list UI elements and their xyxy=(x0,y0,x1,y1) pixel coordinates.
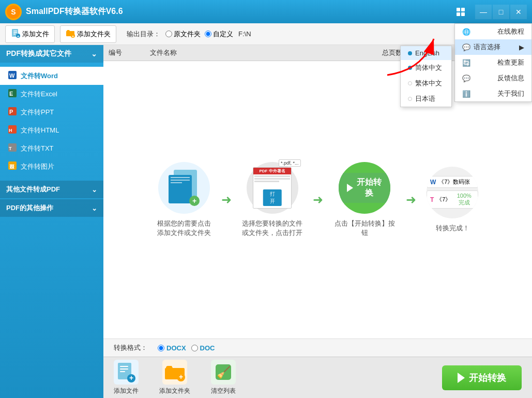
svg-rect-25 xyxy=(120,371,125,372)
sidebar-section1-header[interactable]: PDF转换成其它文件 ⌄ xyxy=(0,45,103,63)
svg-text:S: S xyxy=(11,8,16,16)
grid-squares-icon xyxy=(457,8,465,16)
sidebar-section3-header[interactable]: PDF的其他操作 ⌄ xyxy=(0,199,103,217)
footer-add-folder[interactable]: + 添加文件夹 xyxy=(159,360,190,395)
format-doc[interactable]: DOC xyxy=(191,344,215,352)
window-controls: — □ ✕ xyxy=(475,5,527,19)
ppt-icon: P xyxy=(8,107,17,117)
toolbar: + 添加文件 + 添加文件夹 输出目录： 原文件夹 自定义 F:\N xyxy=(0,23,532,45)
step-add-circle: + xyxy=(158,162,210,214)
svg-text:+: + xyxy=(179,373,183,381)
txt-icon: T xyxy=(8,143,17,153)
menu-language-label: 语言选择 xyxy=(474,42,500,52)
app-title: SmallPDF转换器软件V6.6 xyxy=(26,6,451,17)
footer-clear-icon: 🧹 xyxy=(211,360,236,385)
sidebar-section2-label: 其他文件转成PDF xyxy=(6,185,60,194)
progress-text: 100% 完成 xyxy=(453,193,475,207)
svg-text:E: E xyxy=(9,91,13,97)
sidebar-item-excel[interactable]: E 文件转Excel xyxy=(0,85,103,103)
content-body: + 根据您的需要点击 添加文件或文件夹 ➜ PDF 中外著名 xyxy=(103,61,532,338)
svg-text:+: + xyxy=(72,34,74,38)
step-open-text: 选择您要转换的文件 或文件夹，点击打开 xyxy=(242,219,302,238)
svg-text:🧹: 🧹 xyxy=(217,365,231,379)
bottom-bar: 转换格式： DOCX DOC xyxy=(103,338,532,357)
main-layout: PDF转换成其它文件 ⌄ W 文件转Word E xyxy=(0,45,532,398)
excel-icon: E xyxy=(8,89,17,99)
result-item-2: T 《7》 100% 完成 xyxy=(427,190,478,209)
menu-item-feedback[interactable]: 💬 反馈信息 xyxy=(455,70,531,86)
lang-traditional[interactable]: 繁体中文 xyxy=(401,76,451,91)
convert-btn-display: 开始转换 xyxy=(339,173,390,203)
sidebar-excel-label: 文件转Excel xyxy=(21,90,57,99)
footer-add-folder-label: 添加文件夹 xyxy=(159,387,190,395)
sidebar-section1: W 文件转Word E 文件转Excel P xyxy=(0,63,103,180)
svg-text:H: H xyxy=(9,128,12,133)
menu-item-tutorial[interactable]: 🌐 在线教程 xyxy=(455,24,531,39)
step-open-circle: PDF 中外著名 打开 *.pdf, *... xyxy=(247,162,298,214)
arrow-1: ➜ xyxy=(221,193,232,207)
simplified-dot xyxy=(408,66,412,70)
col-filename: 文件名称 xyxy=(150,48,382,57)
file-front-icon xyxy=(169,175,192,203)
add-file-icon: + xyxy=(11,28,20,40)
result-item-1-label: 《7》数码张 xyxy=(438,178,470,186)
step-result: W 《7》数码张 T 《7》 100% 完成 转换完成！ xyxy=(427,167,478,233)
footer-play-icon xyxy=(458,373,465,383)
footer-add-folder-icon: + xyxy=(162,360,187,385)
menu-item-about[interactable]: ℹ️ 关于我们 xyxy=(455,86,531,101)
menu-item-language[interactable]: 💬 语言选择 ▶ xyxy=(455,39,531,55)
format-options: DOCX DOC xyxy=(158,344,215,352)
word-icon: W xyxy=(8,71,17,81)
add-folder-button[interactable]: + 添加文件夹 xyxy=(60,25,116,43)
sidebar-item-txt[interactable]: T 文件转TXT xyxy=(0,139,103,157)
about-icon: ℹ️ xyxy=(462,90,470,98)
add-file-button[interactable]: + 添加文件 xyxy=(5,25,55,43)
add-folder-icon: + xyxy=(66,28,75,40)
sidebar-word-label: 文件转Word xyxy=(21,71,58,81)
svg-rect-23 xyxy=(120,366,128,367)
sidebar-section1-arrow: ⌄ xyxy=(91,50,97,58)
html-icon: H xyxy=(8,125,17,135)
footer-add-file[interactable]: + 添加文件 xyxy=(114,360,139,395)
output-path: F:\N xyxy=(238,30,251,38)
footer-convert-label: 开始转换 xyxy=(469,372,506,384)
svg-text:W: W xyxy=(9,72,15,79)
menu-item-update[interactable]: 🔄 检查更新 xyxy=(455,55,531,70)
sidebar-section2-header[interactable]: 其他文件转成PDF ⌄ xyxy=(0,181,103,198)
result-item-2-label: 《7》 xyxy=(436,196,451,203)
footer-bar: + 添加文件 + 添加文件夹 xyxy=(103,357,532,398)
add-folder-label: 添加文件夹 xyxy=(77,30,111,39)
format-docx[interactable]: DOCX xyxy=(158,344,186,352)
play-icon xyxy=(347,184,353,192)
svg-rect-3 xyxy=(13,31,17,32)
sidebar-item-ppt[interactable]: P 文件转PPT xyxy=(0,103,103,121)
arrow-2: ➜ xyxy=(313,193,323,207)
feedback-icon: 💬 xyxy=(462,75,470,82)
close-button[interactable]: ✕ xyxy=(510,5,527,19)
sidebar-item-word[interactable]: W 文件转Word xyxy=(0,67,103,85)
restore-button[interactable]: □ xyxy=(493,5,509,19)
lang-simplified[interactable]: 简体中文 xyxy=(401,60,451,76)
svg-rect-5 xyxy=(13,34,16,35)
output-custom-radio[interactable]: 自定义 xyxy=(205,30,233,39)
footer-convert-button[interactable]: 开始转换 xyxy=(442,365,522,390)
format-docx-label: DOCX xyxy=(166,344,186,352)
footer-clear[interactable]: 🧹 清空列表 xyxy=(211,360,236,395)
english-dot xyxy=(408,51,412,55)
steps-container: + 根据您的需要点击 添加文件或文件夹 ➜ PDF 中外著名 xyxy=(147,152,489,248)
svg-text:+: + xyxy=(129,374,133,382)
minimize-button[interactable]: — xyxy=(475,5,492,19)
language-icon: 💬 xyxy=(462,43,470,51)
language-arrow: ▶ xyxy=(519,43,524,51)
menu-grid-icon[interactable] xyxy=(451,0,473,23)
menu-feedback-label: 反馈信息 xyxy=(497,73,524,83)
output-original-label: 原文件夹 xyxy=(174,30,201,39)
lang-english[interactable]: EngLish xyxy=(401,46,451,60)
lang-japanese[interactable]: 日本语 xyxy=(401,91,451,107)
sidebar-section3-label: PDF的其他操作 xyxy=(6,203,53,213)
sidebar-item-html[interactable]: H 文件转HTML xyxy=(0,121,103,139)
step-convert: 开始转换 点击【开始转换】按钮 xyxy=(333,162,396,238)
arrow-3: ➜ xyxy=(406,193,416,207)
output-original-radio[interactable]: 原文件夹 xyxy=(165,30,201,39)
sidebar-item-image[interactable]: 🖼 文件转图片 xyxy=(0,157,103,175)
